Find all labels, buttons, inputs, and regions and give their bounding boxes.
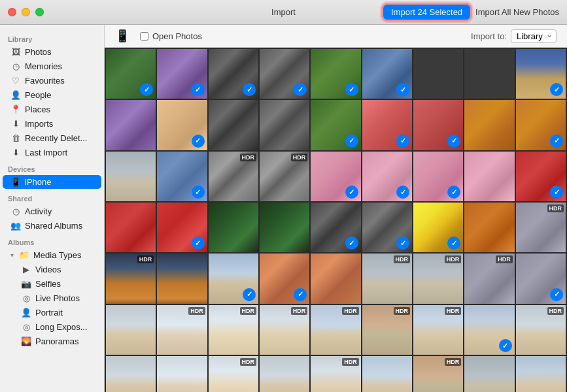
photo-cell[interactable] (209, 100, 258, 150)
photo-cell[interactable] (106, 356, 156, 392)
photo-cell[interactable] (106, 152, 156, 201)
photo-cell[interactable]: HDR (209, 152, 258, 201)
photo-cell[interactable]: ✓ (413, 203, 463, 252)
sidebar-item-selfies[interactable]: 📷 Selfies (3, 277, 101, 291)
sidebar-item-memories[interactable]: ◷ Memories (3, 59, 101, 73)
sidebar-item-places[interactable]: 📍 Places (3, 103, 101, 116)
photo-cell[interactable]: ✓ (157, 152, 207, 201)
photo-cell[interactable]: ✓ (362, 203, 412, 252)
photo-cell[interactable]: ✓ (311, 203, 360, 252)
sidebar-item-people[interactable]: 👤 People (3, 88, 101, 102)
photo-cell[interactable]: HDR (516, 305, 566, 355)
photo-cell[interactable]: HDR (362, 253, 412, 303)
sidebar-item-photos[interactable]: 🖼 Photos (3, 45, 101, 59)
photo-cell[interactable]: ✓ (157, 100, 207, 150)
sidebar-item-iphone[interactable]: 📱 iPhone (3, 175, 101, 189)
photo-thumbnail: ✓ (106, 49, 156, 99)
photo-cell[interactable]: HDR (413, 305, 463, 355)
photo-cell[interactable]: ✓ (516, 49, 566, 99)
sidebar-item-favourites[interactable]: ♡ Favourites (3, 74, 101, 88)
sidebar-item-panoramas[interactable]: 🌄 Panoramas (3, 335, 101, 348)
sidebar-item-long-exposure[interactable]: ◎ Long Expos... (3, 320, 101, 334)
devices-section-header: Devices (0, 160, 104, 174)
photo-cell[interactable] (464, 152, 514, 201)
photo-cell[interactable]: HDR (413, 253, 463, 303)
import-selected-button[interactable]: Import 24 Selected (383, 5, 470, 20)
photo-cell[interactable] (311, 253, 360, 303)
photo-cell[interactable] (106, 305, 156, 355)
photo-cell[interactable] (413, 49, 463, 99)
photo-cell[interactable]: ✓ (413, 152, 463, 201)
photo-cell[interactable]: HDR (260, 305, 309, 355)
photo-thumbnail: HDR (209, 305, 258, 355)
photo-cell[interactable] (106, 100, 156, 150)
photo-cell[interactable] (362, 356, 412, 392)
sidebar-item-media-types[interactable]: ▾ 📁 Media Types (3, 248, 101, 262)
photo-cell[interactable]: ✓ (311, 100, 360, 150)
photo-cell[interactable]: HDR (209, 305, 258, 355)
photo-cell[interactable]: ✓ (260, 253, 309, 303)
minimize-button[interactable] (22, 8, 30, 16)
photo-cell[interactable]: HDR (209, 356, 258, 392)
sidebar-item-last-import[interactable]: ⬇ Last Import (3, 146, 101, 159)
photo-cell[interactable] (464, 356, 514, 392)
photo-cell[interactable] (464, 49, 514, 99)
videos-icon: ▶ (21, 265, 31, 274)
photo-cell[interactable]: ✓ (516, 253, 566, 303)
sidebar-item-imports[interactable]: ⬇ Imports (3, 117, 101, 131)
import-all-button[interactable]: Import All New Photos (475, 7, 559, 17)
photo-cell[interactable]: ✓ (516, 152, 566, 201)
photo-cell[interactable]: ✓ (413, 100, 463, 150)
photo-cell[interactable]: HDR (311, 305, 360, 355)
photo-cell[interactable] (260, 356, 309, 392)
close-button[interactable] (8, 8, 16, 16)
photo-cell[interactable]: HDR (516, 203, 566, 252)
photo-cell[interactable]: HDR (464, 253, 514, 303)
import-to-select-wrapper[interactable]: Library Album (511, 29, 557, 43)
sidebar-item-activity[interactable]: ◷ Activity (3, 204, 101, 218)
photo-thumbnail: ✓ (516, 152, 566, 201)
photo-cell[interactable] (464, 203, 514, 252)
photo-cell[interactable]: ✓ (362, 100, 412, 150)
sidebar-label-memories: Memories (25, 61, 94, 71)
photo-cell[interactable]: ✓ (516, 100, 566, 150)
photo-cell[interactable]: ✓ (464, 305, 514, 355)
photo-cell[interactable]: HDR (413, 356, 463, 392)
photo-cell[interactable]: HDR (311, 356, 360, 392)
photo-cell[interactable] (516, 356, 566, 392)
sidebar-item-shared-albums[interactable]: 👥 Shared Albums (3, 219, 101, 233)
import-to-select[interactable]: Library Album (511, 29, 557, 43)
sidebar-item-videos[interactable]: ▶ Videos (3, 263, 101, 276)
photo-cell[interactable] (157, 356, 207, 392)
photo-cell[interactable]: HDR (260, 152, 309, 201)
photo-cell[interactable]: ✓ (209, 253, 258, 303)
photo-cell[interactable]: ✓ (260, 49, 309, 99)
photo-thumbnail (464, 152, 514, 201)
photo-cell[interactable] (464, 100, 514, 150)
memories-icon: ◷ (10, 61, 21, 71)
sidebar-item-portrait[interactable]: 👤 Portrait (3, 306, 101, 319)
photo-cell[interactable]: ✓ (209, 49, 258, 99)
sidebar-item-live-photos[interactable]: ◎ Live Photos (3, 291, 101, 305)
photo-cell[interactable]: ✓ (311, 152, 360, 201)
photo-cell[interactable] (106, 203, 156, 252)
photo-cell[interactable]: HDR (157, 305, 207, 355)
photo-cell[interactable]: HDR (106, 253, 156, 303)
photo-thumbnail (106, 152, 156, 201)
photo-cell[interactable]: ✓ (362, 152, 412, 201)
photo-cell[interactable]: ✓ (157, 203, 207, 252)
photo-cell[interactable]: ✓ (106, 49, 156, 99)
sidebar-label-imports: Imports (25, 119, 94, 129)
photo-cell[interactable] (209, 203, 258, 252)
photo-cell[interactable] (260, 100, 309, 150)
open-photos-checkbox[interactable] (140, 32, 148, 41)
photo-thumbnail: HDR (209, 356, 258, 392)
photo-cell[interactable]: ✓ (311, 49, 360, 99)
photo-cell[interactable] (157, 253, 207, 303)
photo-cell[interactable]: ✓ (157, 49, 207, 99)
maximize-button[interactable] (35, 8, 44, 16)
photo-cell[interactable]: HDR (362, 305, 412, 355)
photo-cell[interactable]: ✓ (362, 49, 412, 99)
sidebar-item-recently-deleted[interactable]: 🗑 Recently Delet... (3, 131, 101, 145)
photo-cell[interactable] (260, 203, 309, 252)
